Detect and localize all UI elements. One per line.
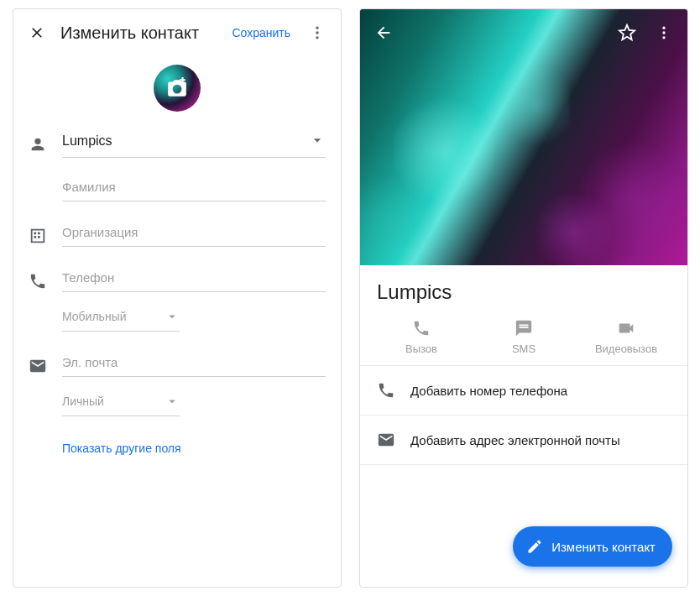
add-phone-label: Добавить номер телефона: [410, 384, 567, 398]
phone-field[interactable]: Телефон: [62, 267, 326, 292]
fab-label: Изменить контакт: [551, 540, 656, 554]
camera-add-icon: [166, 77, 188, 99]
overflow-menu-icon[interactable]: [299, 14, 336, 51]
last-name-ph: Фамилия: [62, 180, 326, 194]
video-action[interactable]: Видеовызов: [576, 319, 677, 355]
last-name-field[interactable]: Фамилия: [62, 176, 326, 201]
video-icon: [617, 319, 635, 337]
message-icon: [515, 319, 533, 337]
avatar-button[interactable]: [154, 65, 201, 112]
svg-point-0: [316, 27, 318, 29]
email-icon: [377, 431, 395, 449]
phone-icon: [412, 319, 431, 337]
phone-icon: [377, 381, 395, 400]
phone-type-select[interactable]: Мобильный: [62, 309, 180, 332]
add-email-button[interactable]: Добавить адрес электронной почты: [360, 416, 687, 464]
sms-label: SMS: [512, 342, 535, 355]
edit-header: Изменить контакт Сохранить: [13, 9, 341, 56]
edit-contact-screen: Изменить контакт Сохранить Lumpics: [13, 8, 342, 588]
svg-point-4: [662, 31, 665, 34]
add-phone-button[interactable]: Добавить номер телефона: [360, 366, 687, 415]
svg-point-5: [662, 36, 665, 39]
hero-image: [360, 9, 687, 265]
email-ph: Эл. почта: [62, 355, 326, 369]
sms-action[interactable]: SMS: [473, 319, 575, 355]
phone-icon: [29, 267, 62, 290]
email-icon: [29, 352, 62, 375]
dropdown-icon: [165, 309, 180, 324]
svg-point-1: [316, 31, 318, 34]
phone-type-label: Мобильный: [62, 310, 165, 323]
more-fields-button[interactable]: Показать другие поля: [13, 437, 341, 455]
org-field[interactable]: Организация: [62, 222, 326, 247]
close-icon[interactable]: [18, 14, 55, 51]
first-name-value: Lumpics: [62, 133, 326, 150]
org-row: Организация: [29, 222, 326, 247]
call-label: Вызов: [405, 342, 437, 355]
avatar-area: [13, 56, 341, 130]
phone-ph: Телефон: [62, 270, 326, 285]
email-type-label: Личный: [62, 395, 165, 408]
org-ph: Организация: [62, 225, 326, 239]
edit-contact-fab[interactable]: Изменить контакт: [513, 526, 672, 567]
add-email-label: Добавить адрес электронной почты: [410, 433, 620, 447]
star-icon[interactable]: [609, 14, 645, 51]
first-name-field[interactable]: Lumpics: [62, 130, 326, 158]
pencil-icon: [526, 538, 543, 555]
save-button[interactable]: Сохранить: [227, 26, 295, 39]
svg-point-3: [662, 27, 665, 29]
action-bar: Вызов SMS Видеовызов: [360, 316, 687, 366]
video-label: Видеовызов: [595, 342, 657, 355]
chevron-down-icon[interactable]: [309, 132, 326, 149]
svg-point-2: [316, 36, 318, 39]
back-icon[interactable]: [365, 14, 402, 51]
email-type-select[interactable]: Личный: [62, 394, 180, 416]
name-row: Lumpics Фамилия: [29, 130, 326, 201]
view-contact-screen: Lumpics Вызов SMS Видеовызов Добавить но…: [359, 8, 688, 588]
email-field[interactable]: Эл. почта: [62, 352, 326, 377]
person-icon: [29, 130, 62, 154]
contact-name: Lumpics: [360, 265, 687, 316]
building-icon: [29, 222, 62, 245]
edit-title: Изменить контакт: [55, 24, 227, 43]
overflow-menu-icon[interactable]: [645, 14, 682, 51]
email-row: Эл. почта Личный: [29, 352, 326, 416]
divider: [360, 464, 687, 465]
dropdown-icon: [165, 394, 180, 409]
phone-row: Телефон Мобильный: [29, 267, 326, 332]
call-action[interactable]: Вызов: [371, 319, 473, 355]
view-header: [360, 9, 687, 56]
